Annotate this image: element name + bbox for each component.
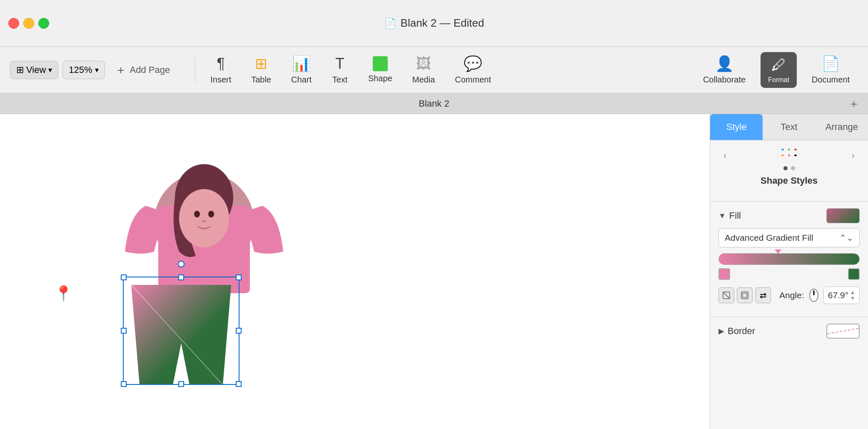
swatch-red[interactable] <box>794 149 797 150</box>
insert-icon: ¶ <box>217 55 225 72</box>
view-icon: ⊞ <box>16 65 24 75</box>
document-label: Document <box>812 75 850 85</box>
gradient-stop-right[interactable] <box>848 268 860 280</box>
angle-row: ⇄ Angle: 67.9° ▲ ▼ <box>718 287 860 304</box>
shape-icon <box>373 56 388 71</box>
chart-button[interactable]: 📊 Chart <box>283 51 320 89</box>
rotation-handle[interactable] <box>178 261 185 267</box>
border-color-preview[interactable] <box>826 324 860 339</box>
tab-arrange[interactable]: Arrange <box>816 114 868 140</box>
media-button[interactable]: 🖼 Media <box>404 51 443 89</box>
handle-middle-left[interactable] <box>121 328 127 334</box>
comment-icon: 💬 <box>464 55 482 72</box>
handle-bottom-center[interactable] <box>178 381 184 387</box>
tab-style[interactable]: Style <box>710 114 763 140</box>
insert-button[interactable]: ¶ Insert <box>202 51 239 89</box>
pagination-dots <box>718 166 860 170</box>
swatch-pink[interactable] <box>788 155 791 156</box>
add-page-plus-icon: ＋ <box>115 62 127 78</box>
document-button[interactable]: 📄 Document <box>803 51 858 89</box>
svg-point-6 <box>208 211 214 217</box>
swatch-black[interactable] <box>794 155 797 156</box>
right-panel: Style Text Arrange ‹ › <box>710 114 868 429</box>
format-label: Format <box>768 76 789 84</box>
pants-shape-selected[interactable] <box>123 277 239 385</box>
window-title: 📄 Blank 2 — Edited <box>384 17 484 30</box>
comment-button[interactable]: 💬 Comment <box>446 51 499 89</box>
fill-collapse-icon[interactable]: ▼ <box>718 212 726 220</box>
format-button[interactable]: 🖊 Format <box>761 52 797 88</box>
handle-top-center[interactable] <box>178 274 184 280</box>
gradient-radial-button[interactable] <box>737 287 753 303</box>
shape-button[interactable]: Shape <box>360 52 401 87</box>
gradient-stop-left[interactable] <box>718 268 730 280</box>
tab-bar: Blank 2 ＋ <box>0 93 868 114</box>
angle-stepper[interactable]: ▲ ▼ <box>850 289 855 301</box>
document-icon: 📄 <box>384 17 397 29</box>
handle-top-right[interactable] <box>236 274 242 280</box>
table-icon: ⊞ <box>255 55 267 72</box>
add-page-label: Add Page <box>130 65 170 75</box>
style-swatches <box>781 149 797 156</box>
table-label: Table <box>251 75 271 85</box>
table-button[interactable]: ⊞ Table <box>243 51 279 89</box>
gradient-linear-button[interactable] <box>718 287 734 303</box>
pin-marker: 📍 <box>54 285 62 302</box>
tab-text[interactable]: Text <box>763 114 815 140</box>
toolbar-items: ¶ Insert ⊞ Table 📊 Chart T Text Shape 🖼 … <box>202 51 695 89</box>
svg-point-5 <box>194 211 200 217</box>
toolbar: ⊞ View ▾ 125% ▾ ＋ Add Page ¶ Insert ⊞ Ta… <box>0 47 868 93</box>
handle-bottom-right[interactable] <box>236 381 242 387</box>
minimize-button[interactable] <box>23 18 34 29</box>
selection-box <box>123 277 239 385</box>
fill-section: ▼ Fill Advanced Gradient Fill ⌃⌄ <box>710 201 868 317</box>
angle-value[interactable]: 67.9° ▲ ▼ <box>823 287 860 304</box>
add-page-button[interactable]: ＋ Add Page <box>109 59 176 81</box>
zoom-label: 125% <box>69 65 92 75</box>
text-label: Text <box>332 75 348 85</box>
sweatshirt-svg <box>121 131 287 297</box>
canvas-area[interactable]: 📍 <box>0 114 710 429</box>
fill-label: Fill <box>729 210 741 221</box>
fill-type-dropdown[interactable]: Advanced Gradient Fill ⌃⌄ <box>718 228 860 247</box>
format-icon: 🖊 <box>771 56 786 74</box>
zoom-button[interactable]: 125% ▾ <box>62 61 105 79</box>
swatch-blue[interactable] <box>781 149 784 150</box>
handle-top-left[interactable] <box>121 274 127 280</box>
collaborate-button[interactable]: 👤 Collaborate <box>695 51 754 89</box>
gradient-bar[interactable] <box>718 253 860 265</box>
text-button[interactable]: T Text <box>323 51 357 89</box>
next-arrow[interactable]: › <box>848 149 858 163</box>
view-button[interactable]: ⊞ View ▾ <box>10 61 58 79</box>
prev-arrow[interactable]: ‹ <box>720 149 730 163</box>
fill-title: ▼ Fill <box>718 210 741 221</box>
maximize-button[interactable] <box>38 18 49 29</box>
shape-styles-label: Shape Styles <box>718 175 860 186</box>
current-tab-title[interactable]: Blank 2 <box>419 98 449 109</box>
insert-label: Insert <box>210 75 231 85</box>
add-tab-button[interactable]: ＋ <box>848 96 860 112</box>
view-chevron-icon: ▾ <box>48 65 52 75</box>
swatch-green[interactable] <box>788 149 791 150</box>
comment-label: Comment <box>455 75 491 85</box>
toolbar-right: 👤 Collaborate 🖊 Format 📄 Document <box>695 51 858 89</box>
close-button[interactable] <box>8 18 19 29</box>
nav-arrows: ‹ › <box>718 149 860 163</box>
border-expand-icon[interactable]: ▶ <box>718 327 724 336</box>
title-text: Blank 2 — Edited <box>401 17 484 30</box>
swatch-yellow[interactable] <box>781 155 784 156</box>
gradient-bar-container <box>718 253 860 280</box>
handle-middle-right[interactable] <box>236 328 242 334</box>
gradient-style-buttons: ⇄ <box>718 287 771 303</box>
sweatshirt-shape[interactable] <box>121 131 287 297</box>
title-bar: 📄 Blank 2 — Edited <box>0 0 868 47</box>
fill-color-preview[interactable] <box>826 208 860 223</box>
border-label: Border <box>728 326 755 337</box>
shape-styles-section: ‹ › Shape Styles <box>710 140 868 201</box>
handle-bottom-left[interactable] <box>121 381 127 387</box>
gradient-handle[interactable] <box>775 249 781 254</box>
angle-dial[interactable] <box>809 289 818 302</box>
gradient-reverse-button[interactable]: ⇄ <box>755 287 771 303</box>
chart-label: Chart <box>291 75 312 85</box>
shape-label: Shape <box>368 74 392 83</box>
